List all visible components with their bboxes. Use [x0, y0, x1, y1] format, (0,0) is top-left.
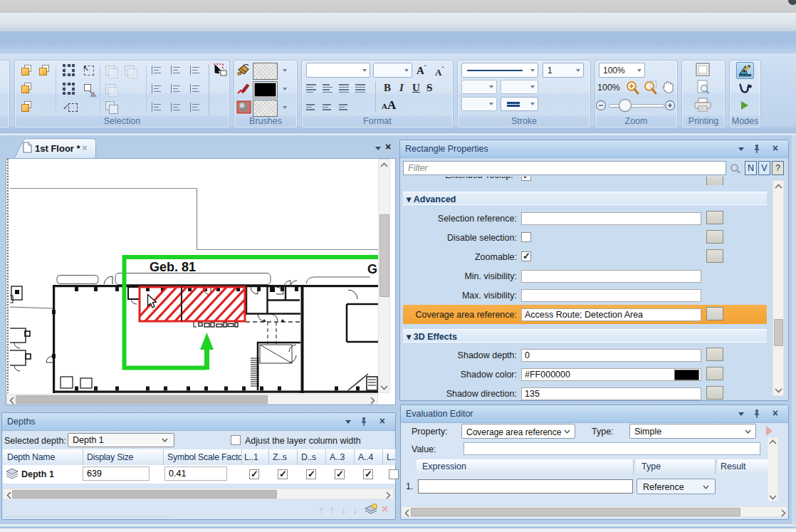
svg-text:G: G	[367, 262, 377, 276]
svg-text:Geb. 81: Geb. 81	[150, 260, 196, 274]
